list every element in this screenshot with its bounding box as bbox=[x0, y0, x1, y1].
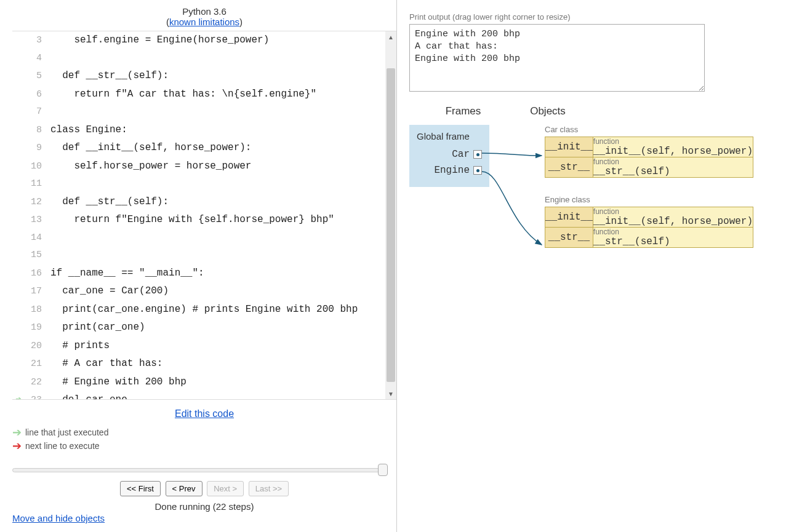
line-number: 23 bbox=[25, 392, 42, 400]
class-label: Engine class bbox=[545, 195, 753, 204]
function-label: function bbox=[593, 228, 753, 236]
code-line: 4 bbox=[12, 50, 396, 68]
code-text: # Engine with 200 bhp bbox=[50, 373, 186, 391]
frame-variable: Engine bbox=[417, 162, 482, 178]
line-number: 18 bbox=[25, 301, 42, 319]
code-editor[interactable]: 3 self.engine = Engine(horse_power)45 de… bbox=[12, 31, 396, 400]
function-signature: __init__(self, horse_power) bbox=[593, 146, 753, 157]
next-arrow-icon: ➔ bbox=[12, 440, 22, 451]
function-label: function bbox=[593, 207, 753, 216]
code-line: 7 bbox=[12, 103, 396, 121]
code-line: 5 def __str__(self): bbox=[12, 67, 396, 85]
code-line: 22 # Engine with 200 bhp bbox=[12, 373, 396, 392]
status-text: Done running (22 steps) bbox=[12, 501, 396, 512]
function-label: function bbox=[593, 157, 753, 166]
legend-next-label: next line to execute bbox=[25, 439, 100, 453]
line-number: 4 bbox=[25, 50, 42, 68]
code-line: 9 def __init__(self, horse_power): bbox=[12, 139, 396, 157]
code-line: 12 def __str__(self): bbox=[12, 193, 396, 212]
code-text: self.horse_power = horse_power bbox=[50, 157, 251, 175]
code-line: 10 self.horse_power = horse_power bbox=[12, 157, 396, 176]
function-label: function bbox=[593, 137, 753, 146]
edit-code-link[interactable]: Edit this code bbox=[175, 408, 234, 419]
method-name: __str__ bbox=[545, 157, 593, 178]
code-line: 13 return f"Engine with {self.horse_powe… bbox=[12, 211, 396, 229]
class-label: Car class bbox=[545, 125, 753, 134]
scroll-down-icon[interactable]: ▼ bbox=[385, 388, 396, 399]
legend: ➔ line that just executed ➔ next line to… bbox=[12, 426, 396, 453]
code-line: 14 bbox=[12, 229, 396, 247]
line-number: 9 bbox=[25, 140, 42, 157]
variable-name: Engine bbox=[434, 165, 470, 176]
code-text: car_one = Car(200) bbox=[50, 282, 169, 300]
function-signature: __init__(self, horse_power) bbox=[593, 216, 753, 227]
code-line: 6 return f"A car that has: \n{self.engin… bbox=[12, 85, 396, 104]
code-text: if __name__ == "__main__": bbox=[50, 264, 204, 282]
code-text: def __init__(self, horse_power): bbox=[50, 139, 251, 157]
line-number: 16 bbox=[25, 265, 42, 283]
line-number: 20 bbox=[25, 338, 42, 355]
code-text: def __str__(self): bbox=[50, 193, 169, 211]
print-output[interactable]: Engine with 200 bhp A car that has: Engi… bbox=[409, 24, 705, 92]
code-text: print(car_one) bbox=[50, 319, 145, 336]
code-scrollbar[interactable]: ▲ ▼ bbox=[385, 31, 396, 399]
code-panel: Python 3.6 (known limitations) 3 self.en… bbox=[0, 0, 397, 532]
line-number: 22 bbox=[25, 374, 42, 392]
variable-name: Car bbox=[452, 149, 470, 160]
next-button[interactable]: Next > bbox=[207, 481, 244, 496]
step-controls: << First < Prev Next > Last >> bbox=[12, 481, 396, 496]
method-row: __str__function__str__(self) bbox=[545, 228, 753, 248]
code-text: return f"A car that has: \n{self.engine}… bbox=[50, 85, 316, 103]
code-text: def __str__(self): bbox=[50, 67, 169, 85]
code-line: 11 bbox=[12, 175, 396, 193]
method-name: __init__ bbox=[545, 137, 593, 157]
viz-body: Global frame CarEngine Car class__init__… bbox=[409, 125, 790, 187]
prev-button[interactable]: < Prev bbox=[166, 481, 203, 496]
function-signature: __str__(self) bbox=[593, 236, 753, 247]
class-block: Car class__init__function__init__(self, … bbox=[545, 125, 753, 178]
class-table: __init__function__init__(self, horse_pow… bbox=[545, 137, 753, 178]
code-line: 8class Engine: bbox=[12, 121, 396, 140]
objects-header: Objects bbox=[517, 105, 579, 117]
visualization-panel: Print output (drag lower right corner to… bbox=[397, 0, 802, 532]
line-number: 15 bbox=[25, 247, 42, 264]
class-block: Engine class__init__function__init__(sel… bbox=[545, 195, 753, 248]
frames-header: Frames bbox=[409, 105, 517, 117]
line-number: 3 bbox=[25, 32, 42, 50]
code-line: 18 print(car_one.engine) # prints Engine… bbox=[12, 301, 396, 319]
reference-port bbox=[473, 150, 482, 159]
class-table: __init__function__init__(self, horse_pow… bbox=[545, 207, 753, 248]
executed-arrow-icon: ➔ bbox=[12, 391, 25, 400]
code-line: ➔23 del car_one bbox=[12, 391, 396, 400]
step-slider[interactable] bbox=[12, 464, 388, 476]
global-frame: Global frame CarEngine bbox=[409, 125, 489, 187]
code-line: 19 print(car_one) bbox=[12, 319, 396, 337]
method-body: function__str__(self) bbox=[593, 228, 753, 248]
legend-executed-label: line that just executed bbox=[25, 426, 108, 439]
scroll-up-icon[interactable]: ▲ bbox=[385, 31, 396, 42]
known-limitations-link[interactable]: known limitations bbox=[169, 17, 239, 27]
slider-thumb[interactable] bbox=[378, 464, 388, 476]
method-body: function__init__(self, horse_power) bbox=[593, 207, 753, 228]
move-hide-objects-link[interactable]: Move and hide objects bbox=[12, 513, 105, 523]
code-line: 17 car_one = Car(200) bbox=[12, 282, 396, 301]
output-label: Print output (drag lower right corner to… bbox=[409, 12, 790, 22]
method-body: function__init__(self, horse_power) bbox=[593, 137, 753, 157]
language-header: Python 3.6 (known limitations) bbox=[12, 6, 396, 27]
code-text: class Engine: bbox=[50, 121, 127, 139]
last-button[interactable]: Last >> bbox=[249, 481, 289, 496]
line-number: 5 bbox=[25, 68, 42, 85]
line-number: 21 bbox=[25, 355, 42, 373]
method-row: __str__function__str__(self) bbox=[545, 157, 753, 178]
code-text: del car_one bbox=[50, 391, 127, 400]
scroll-thumb[interactable] bbox=[387, 68, 395, 382]
line-number: 19 bbox=[25, 319, 42, 337]
code-line: 20 # prints bbox=[12, 337, 396, 355]
global-frame-title: Global frame bbox=[417, 131, 482, 141]
code-line: 3 self.engine = Engine(horse_power) bbox=[12, 31, 396, 50]
code-text: print(car_one.engine) # prints Engine wi… bbox=[50, 301, 358, 319]
first-button[interactable]: << First bbox=[120, 481, 161, 496]
reference-port bbox=[473, 166, 482, 175]
code-line: 21 # A car that has: bbox=[12, 355, 396, 373]
function-signature: __str__(self) bbox=[593, 166, 753, 177]
